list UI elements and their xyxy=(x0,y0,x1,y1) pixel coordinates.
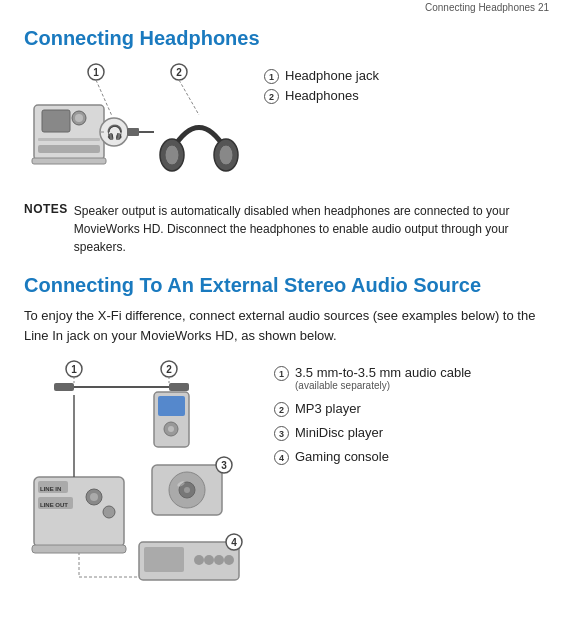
list-item: 2 Headphones xyxy=(264,88,379,104)
notes-section: NOTES Speaker output is automatically di… xyxy=(24,202,539,256)
svg-rect-27 xyxy=(54,383,74,391)
svg-text:LINE IN: LINE IN xyxy=(40,486,61,492)
list-item: 4 Gaming console xyxy=(274,449,471,465)
svg-text:2: 2 xyxy=(176,67,182,78)
section2-list: 1 3.5 mm-to-3.5 mm audio cable (availabl… xyxy=(254,357,471,469)
section2-items: 1 3.5 mm-to-3.5 mm audio cable (availabl… xyxy=(274,365,471,465)
section2-diagram: 1 2 LINE IN LINE OUT xyxy=(24,357,254,597)
section1-diagram: 1 2 🎧 xyxy=(24,60,244,190)
svg-text:4: 4 xyxy=(231,537,237,548)
svg-rect-9 xyxy=(38,145,100,153)
item-label-s2-3: MiniDisc player xyxy=(295,425,383,441)
svg-text:LINE OUT: LINE OUT xyxy=(40,502,68,508)
svg-point-52 xyxy=(194,555,204,565)
item-label-s2-4: Gaming console xyxy=(295,449,389,465)
svg-rect-10 xyxy=(32,158,106,164)
svg-rect-39 xyxy=(32,545,126,553)
svg-point-7 xyxy=(75,114,83,122)
item-label-2: Headphones xyxy=(285,88,359,104)
svg-point-19 xyxy=(219,145,233,165)
svg-point-48 xyxy=(184,487,190,493)
headphone-diagram-svg: 1 2 🎧 xyxy=(24,60,244,190)
svg-point-36 xyxy=(103,506,115,518)
list-item: 3 MiniDisc player xyxy=(274,425,471,441)
svg-point-44 xyxy=(168,426,174,432)
audio-source-diagram-svg: 1 2 LINE IN LINE OUT xyxy=(24,357,254,597)
svg-point-55 xyxy=(224,555,234,565)
svg-line-21 xyxy=(179,80,199,115)
item-num-2: 2 xyxy=(274,402,289,417)
svg-point-54 xyxy=(214,555,224,565)
section1-list: 1 Headphone jack 2 Headphones xyxy=(244,60,379,108)
item-subtext-s2-1: (available separately) xyxy=(295,380,471,391)
list-item: 2 MP3 player xyxy=(274,401,471,417)
list-item: 1 Headphone jack xyxy=(264,68,379,84)
item-label-s2-1: 3.5 mm-to-3.5 mm audio cable xyxy=(295,365,471,380)
notes-label: NOTES xyxy=(24,202,68,216)
page-header: Connecting Headphones 21 xyxy=(0,0,563,15)
item-num-2: 2 xyxy=(264,89,279,104)
list-item: 1 3.5 mm-to-3.5 mm audio cable (availabl… xyxy=(274,365,471,391)
svg-point-35 xyxy=(90,493,98,501)
svg-text:2: 2 xyxy=(166,364,172,375)
svg-rect-5 xyxy=(42,110,70,132)
section1-title: Connecting Headphones xyxy=(24,27,539,50)
svg-text:1: 1 xyxy=(93,67,99,78)
notes-text: Speaker output is automatically disabled… xyxy=(74,202,539,256)
section2-title: Connecting To An External Stereo Audio S… xyxy=(24,272,539,298)
item-num-1: 1 xyxy=(264,69,279,84)
svg-text:3: 3 xyxy=(221,460,227,471)
item-label-s2-2: MP3 player xyxy=(295,401,361,417)
svg-rect-28 xyxy=(169,383,189,391)
svg-rect-8 xyxy=(38,138,100,141)
main-content: Connecting Headphones 1 2 xyxy=(0,15,563,625)
svg-rect-42 xyxy=(158,396,185,416)
svg-text:1: 1 xyxy=(71,364,77,375)
item-num-4: 4 xyxy=(274,450,289,465)
svg-text:🎧: 🎧 xyxy=(106,124,124,141)
item-label-1: Headphone jack xyxy=(285,68,379,84)
section1-diagram-row: 1 2 🎧 xyxy=(24,60,539,190)
section2-intro: To enjoy the X-Fi difference, connect ex… xyxy=(24,306,539,345)
item-num-1: 1 xyxy=(274,366,289,381)
section2-diagram-row: 1 2 LINE IN LINE OUT xyxy=(24,357,539,597)
svg-point-53 xyxy=(204,555,214,565)
svg-rect-15 xyxy=(127,128,139,136)
svg-point-17 xyxy=(165,145,179,165)
item-num-3: 3 xyxy=(274,426,289,441)
section1-items: 1 Headphone jack 2 Headphones xyxy=(264,68,379,104)
svg-rect-51 xyxy=(144,547,184,572)
page-reference: Connecting Headphones 21 xyxy=(425,2,549,13)
